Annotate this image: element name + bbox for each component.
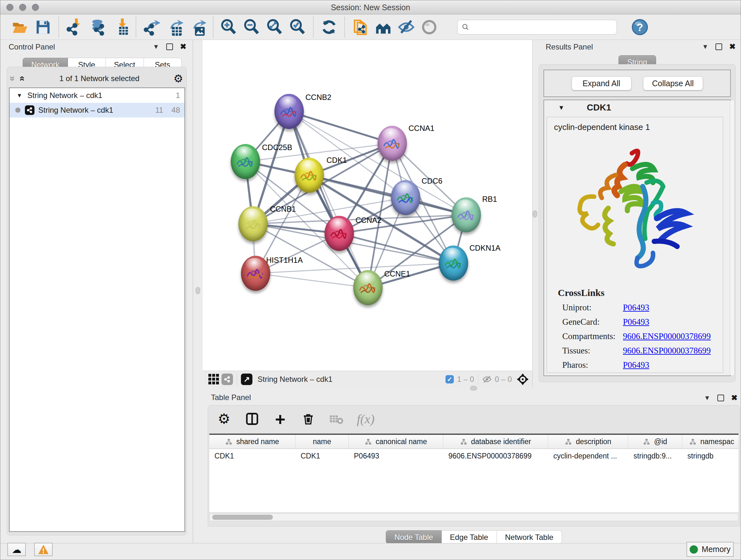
tab-node-table[interactable]: Node Table xyxy=(386,530,442,544)
zoom-fit-button[interactable] xyxy=(263,17,286,37)
current-network-title: String Network – cdk1 xyxy=(258,375,446,384)
show-columns-icon[interactable] xyxy=(245,411,260,427)
results-panel-menu-caret[interactable]: ▼ xyxy=(702,43,709,51)
export-network-button[interactable] xyxy=(140,17,163,37)
tab-edge-table[interactable]: Edge Table xyxy=(442,530,497,544)
right-splitter-handle[interactable] xyxy=(533,210,537,217)
table-horizontal-scrollbar[interactable] xyxy=(209,513,738,521)
scrollbar-thumb[interactable] xyxy=(212,515,273,520)
column-header-description[interactable]: description xyxy=(548,435,628,449)
node-CDC6[interactable] xyxy=(391,180,420,215)
collection-caret[interactable]: ▼ xyxy=(17,92,22,99)
node-CCNA1[interactable] xyxy=(378,126,407,161)
edge-CCNE1-HIST1H1A[interactable] xyxy=(256,273,368,288)
network-row[interactable]: String Network – cdk1 1148 xyxy=(10,103,185,118)
string-home-button[interactable] xyxy=(372,17,395,37)
control-panel-float-button[interactable] xyxy=(166,44,173,50)
bottom-splitter-handle[interactable] xyxy=(470,386,477,390)
zoom-selected-icon xyxy=(289,18,307,36)
cloud-icon: ☁ xyxy=(12,544,21,555)
tab-network-table[interactable]: Network Table xyxy=(497,530,562,544)
node-CDK1[interactable] xyxy=(294,158,324,193)
column-header-shared-name[interactable]: shared name xyxy=(209,435,295,449)
import-network-icon xyxy=(66,18,83,36)
zoom-out-button[interactable] xyxy=(240,17,263,37)
memory-button[interactable]: Memory xyxy=(686,542,734,557)
eye-slash-button[interactable] xyxy=(395,17,418,37)
network-canvas[interactable]: CCNB2 CCNA1 CDC25B CDK1 xyxy=(203,40,533,371)
crosslink-link[interactable]: 9606.ENSP00000378699 xyxy=(623,346,711,356)
expand-all-button[interactable]: Expand All xyxy=(571,76,631,90)
search-icon xyxy=(461,23,470,31)
column-header-namespac[interactable]: namespac xyxy=(682,435,738,449)
save-button[interactable] xyxy=(31,17,55,37)
gene-collapse-caret[interactable]: ▼ xyxy=(558,104,564,111)
delete-column-icon[interactable] xyxy=(300,411,316,427)
network-options-gear-icon[interactable]: ⚙ xyxy=(174,73,183,84)
expand-all-networks-icon[interactable]: « xyxy=(18,76,27,81)
gene-section-header[interactable]: ▼ CDK1 xyxy=(544,100,730,115)
left-splitter-handle[interactable] xyxy=(196,287,200,294)
results-scrollbar[interactable] xyxy=(730,100,735,376)
node-CCNB2[interactable] xyxy=(274,94,304,129)
add-column-icon[interactable]: + xyxy=(273,411,288,427)
refresh-button[interactable] xyxy=(318,17,340,37)
search-box[interactable] xyxy=(457,20,617,35)
collapse-all-networks-icon[interactable]: » xyxy=(8,76,17,81)
birds-eye-view-icon[interactable] xyxy=(208,374,219,384)
table-panel-float-button[interactable] xyxy=(718,395,724,401)
zoom-out-icon xyxy=(243,18,260,36)
help-button[interactable]: ? xyxy=(628,17,651,37)
selected-checkbox-icon[interactable]: ✓ xyxy=(446,375,454,383)
network-selected-status: 1 of 1 Network selected xyxy=(25,74,173,83)
memory-status-dot xyxy=(690,545,698,554)
table-row[interactable]: CDK1CDK1P064939606.ENSP00000378699cyclin… xyxy=(209,449,738,463)
network-collection-row[interactable]: ▼ String Network – cdk1 1 xyxy=(10,88,185,103)
gene-section-content: cyclin-dependent kinase 1 xyxy=(547,117,723,373)
edge-CCNB2-CCNA1[interactable] xyxy=(289,111,392,143)
export-image-button[interactable] xyxy=(186,17,209,37)
node-table: shared namenamecanonical namedatabase id… xyxy=(209,434,738,512)
gray-eye-button[interactable] xyxy=(418,17,441,37)
network-panel-body: » « 1 of 1 Network selected ⚙ ▼ String N… xyxy=(7,67,187,536)
share-network-icon[interactable] xyxy=(221,374,233,385)
share-document-button[interactable] xyxy=(349,17,372,37)
node-CDKN1A[interactable] xyxy=(439,246,468,281)
control-panel-close-button[interactable]: ✖ xyxy=(180,42,186,51)
table-options-gear-icon[interactable]: ⚙ xyxy=(216,411,232,427)
crosslink-link[interactable]: P06493 xyxy=(623,317,650,327)
export-table-button[interactable] xyxy=(163,17,186,37)
table-panel-close-button[interactable]: ✖ xyxy=(731,393,738,402)
node-label-CCNB2: CCNB2 xyxy=(306,93,331,102)
control-panel-menu-caret[interactable]: ▼ xyxy=(153,43,159,51)
node-table-header: shared namenamecanonical namedatabase id… xyxy=(209,435,738,449)
table-panel-menu-caret[interactable]: ▼ xyxy=(704,394,711,401)
zoom-in-button[interactable] xyxy=(217,17,240,37)
column-header-name[interactable]: name xyxy=(295,435,349,449)
search-input[interactable] xyxy=(472,23,613,32)
crosslink-link[interactable]: 9606.ENSP00000378699 xyxy=(623,331,711,341)
warnings-button[interactable] xyxy=(34,543,53,556)
column-header-database-identifier[interactable]: database identifier xyxy=(443,435,548,449)
open-folder-button[interactable] xyxy=(9,17,31,37)
node-RB1[interactable] xyxy=(452,197,481,233)
export-view-icon[interactable]: ↗ xyxy=(241,374,253,385)
import-table-button[interactable] xyxy=(109,17,132,37)
fit-content-crosshair-icon[interactable] xyxy=(516,373,529,386)
zoom-selected-button[interactable] xyxy=(286,17,309,37)
results-panel-close-button[interactable]: ✖ xyxy=(729,42,736,51)
import-database-button[interactable] xyxy=(86,17,109,37)
column-header--id[interactable]: @id xyxy=(628,435,682,449)
node-CCNE1[interactable] xyxy=(353,270,383,305)
crosslink-link[interactable]: P06493 xyxy=(623,360,650,370)
import-network-button[interactable] xyxy=(63,17,86,37)
protein-structure-thumbnail xyxy=(234,152,257,173)
collapse-all-button[interactable]: Collapse All xyxy=(643,76,703,90)
cloud-status-button[interactable]: ☁ xyxy=(7,543,26,556)
node-CCNB1[interactable] xyxy=(239,206,268,241)
node-CCNA2[interactable] xyxy=(325,216,354,251)
crosslink-link[interactable]: P06493 xyxy=(623,303,650,313)
results-panel-float-button[interactable] xyxy=(716,44,722,50)
column-header-canonical-name[interactable]: canonical name xyxy=(349,435,443,449)
node-CDC25B[interactable] xyxy=(231,144,260,179)
